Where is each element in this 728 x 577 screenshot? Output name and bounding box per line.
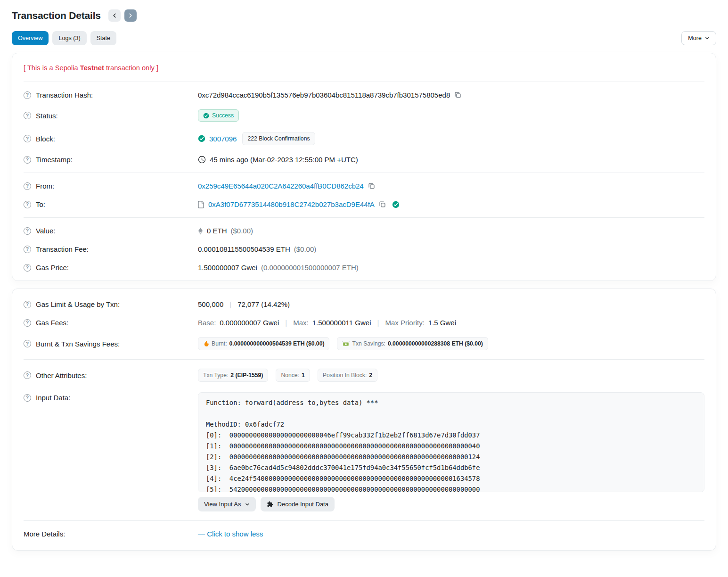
- more-dropdown-button[interactable]: More: [681, 31, 716, 45]
- row-transaction-hash: Transaction Hash: 0xc72d984ccac6190b5f13…: [24, 86, 704, 104]
- input-data-box[interactable]: Function: forward(address to,bytes data)…: [198, 392, 704, 492]
- verified-check-icon: [392, 201, 400, 208]
- divider: [24, 359, 704, 360]
- row-value: 45 mins ago (Mar-02-2023 12:55:00 PM +UT…: [198, 156, 704, 164]
- tabs-row: Overview Logs (3) State More: [12, 31, 716, 45]
- help-icon[interactable]: [24, 156, 31, 164]
- tab-logs[interactable]: Logs (3): [52, 31, 86, 45]
- to-address-link[interactable]: 0xA3f07D6773514480b918C2742b027b3acD9E44…: [208, 200, 375, 208]
- fee-label: Transaction Fee:: [36, 245, 89, 253]
- chevron-down-icon: [705, 36, 710, 41]
- burnt-badge: Burnt: 0.000000000000504539 ETH ($0.00): [198, 337, 329, 350]
- row-value-eth: Value: 0 ETH ($0.00): [24, 222, 704, 240]
- puzzle-icon: [267, 501, 274, 508]
- help-icon[interactable]: [24, 227, 31, 235]
- row-burnt-savings: Burnt & Txn Savings Fees: Burnt: 0.00000…: [24, 332, 704, 355]
- check-circle-icon: [203, 113, 209, 119]
- row-label: Gas Price:: [24, 264, 198, 272]
- row-label: Burnt & Txn Savings Fees:: [24, 340, 198, 348]
- copy-hash-button[interactable]: [454, 91, 462, 99]
- clock-icon: [198, 156, 206, 164]
- row-value: 0xc72d984ccac6190b5f135576eb97b03604bc81…: [198, 91, 704, 99]
- decode-input-data-button[interactable]: Decode Input Data: [261, 497, 335, 511]
- gas-limit-label: Gas Limit & Usage by Txn:: [36, 300, 120, 308]
- separator: [377, 319, 379, 327]
- row-label: Gas Limit & Usage by Txn:: [24, 300, 198, 308]
- divider: [24, 217, 704, 218]
- view-input-as-button[interactable]: View Input As: [198, 497, 256, 511]
- row-value: 0xA3f07D6773514480b918C2742b027b3acD9E44…: [198, 200, 704, 208]
- row-value: Txn Type: 2 (EIP-1559) Nonce: 1 Position…: [198, 369, 704, 382]
- row-label: Status:: [24, 112, 198, 120]
- click-to-show-less-link[interactable]: — Click to show less: [198, 530, 263, 538]
- other-attributes-label: Other Attributes:: [36, 371, 87, 379]
- row-value: 0x259c49E65644a020C2A642260a4ffB0CD862cb…: [198, 182, 704, 190]
- value-amount: 0 ETH: [207, 227, 227, 235]
- row-value: 3007096 222 Block Confirmations: [198, 132, 704, 145]
- burnt-label: Burnt:: [212, 340, 227, 347]
- more-details-label: More Details:: [24, 530, 65, 538]
- tab-state[interactable]: State: [90, 31, 116, 45]
- from-address-link[interactable]: 0x259c49E65644a020C2A642260a4ffB0CD862cb…: [198, 182, 364, 190]
- page-title: Transaction Details: [12, 10, 101, 21]
- help-icon[interactable]: [24, 340, 31, 347]
- row-label: Value:: [24, 227, 198, 235]
- timestamp-label: Timestamp:: [36, 156, 73, 164]
- help-icon[interactable]: [24, 371, 31, 379]
- divider: [24, 520, 704, 521]
- nonce-badge: Nonce: 1: [276, 369, 310, 382]
- prev-transaction-button[interactable]: [108, 9, 121, 22]
- help-icon[interactable]: [24, 135, 31, 142]
- gas-price-amount: 1.500000007 Gwei: [198, 264, 257, 272]
- notice-post: transaction only ]: [106, 64, 158, 72]
- help-icon[interactable]: [24, 394, 31, 402]
- base-fee-label: Base:: [198, 319, 216, 327]
- more-label: More: [688, 35, 702, 41]
- copy-to-button[interactable]: [378, 200, 386, 208]
- gas-limit-value: 500,000: [198, 300, 223, 308]
- gas-price-eth: (0.000000001500000007 ETH): [261, 264, 359, 272]
- nonce-label: Nonce:: [281, 372, 299, 379]
- fire-icon: [203, 340, 209, 347]
- help-icon[interactable]: [24, 182, 31, 190]
- help-icon[interactable]: [24, 201, 31, 208]
- block-number-link[interactable]: 3007096: [209, 135, 237, 143]
- notice-bold: Testnet: [80, 64, 104, 72]
- help-icon[interactable]: [24, 112, 31, 119]
- row-gas-price: Gas Price: 1.500000007 Gwei (0.000000001…: [24, 258, 704, 277]
- row-label: To:: [24, 200, 198, 208]
- overview-card: [ This is a Sepolia Testnet transaction …: [12, 53, 716, 281]
- block-check-icon: [198, 135, 205, 142]
- max-fee-label: Max:: [293, 319, 309, 327]
- help-icon[interactable]: [24, 264, 31, 272]
- row-value: Success: [198, 109, 704, 122]
- row-status: Status: Success: [24, 104, 704, 127]
- txn-savings-label: Txn Savings:: [352, 340, 385, 347]
- row-label: Gas Fees:: [24, 319, 198, 327]
- status-badge: Success: [198, 109, 239, 122]
- copy-from-button[interactable]: [368, 182, 376, 190]
- row-gas-fees: Gas Fees: Base: 0.000000007 Gwei Max: 1.…: [24, 313, 704, 332]
- row-to: To: 0xA3f07D6773514480b918C2742b027b3acD…: [24, 195, 704, 214]
- tab-overview[interactable]: Overview: [12, 31, 49, 45]
- row-value: — Click to show less: [198, 530, 704, 538]
- value-usd: ($0.00): [231, 227, 254, 235]
- titlebar: Transaction Details: [12, 7, 716, 31]
- txn-type-label: Txn Type:: [203, 372, 228, 379]
- fee-amount: 0.000108115500504539 ETH: [198, 245, 290, 253]
- position-value: 2: [369, 372, 372, 379]
- max-priority-label: Max Priority:: [385, 319, 424, 327]
- help-icon[interactable]: [24, 319, 31, 327]
- details-card: Gas Limit & Usage by Txn: 500,000 72,077…: [12, 288, 716, 551]
- help-icon[interactable]: [24, 301, 31, 308]
- next-transaction-button[interactable]: [124, 9, 137, 22]
- gas-price-label: Gas Price:: [36, 264, 69, 272]
- help-icon[interactable]: [24, 246, 31, 253]
- status-label: Status:: [36, 112, 58, 120]
- help-icon[interactable]: [24, 91, 31, 99]
- nonce-value: 1: [302, 372, 305, 379]
- input-data-actions: View Input As Decode Input Data: [198, 497, 704, 511]
- separator: [285, 319, 287, 327]
- txn-type-badge: Txn Type: 2 (EIP-1559): [198, 369, 268, 382]
- row-value: 0.000108115500504539 ETH ($0.00): [198, 245, 704, 253]
